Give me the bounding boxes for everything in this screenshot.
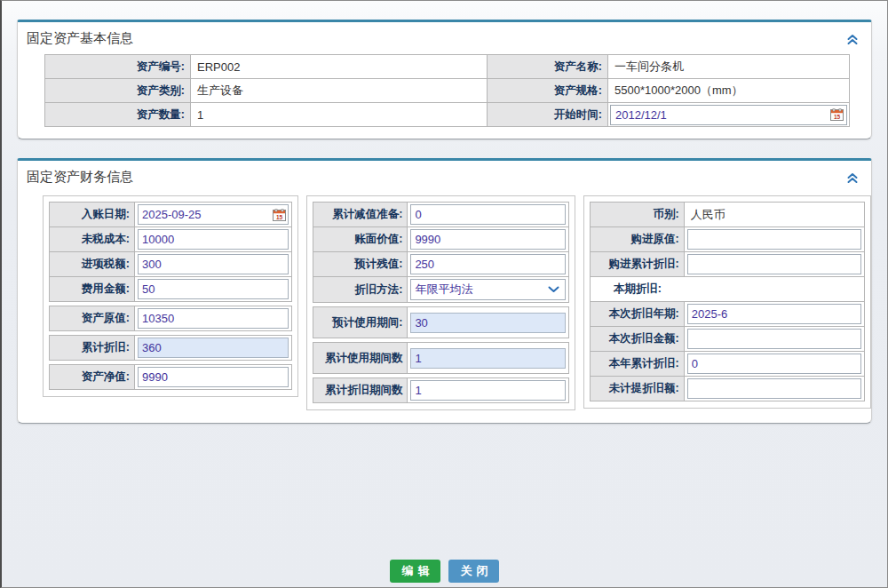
current-depreciation-period-input[interactable] [687,304,861,324]
finance-col-right: 币别: 人民币 购进原值: 购进累计折旧: 本期折旧: 本次折旧年期: 本次折旧… [583,195,871,409]
asset-net-value-input[interactable] [138,367,289,387]
field-row: 累计折旧期间数 [313,377,568,403]
current-depreciation-period-label: 本次折旧年期: [591,302,685,326]
accumulated-depreciation-label: 累计折旧: [50,336,135,360]
currency-value: 人民币 [685,203,864,226]
field-row: 本期折旧: [590,276,865,302]
field-row: 账面价值: [313,226,568,252]
purchase-original-value-label: 购进原值: [591,227,685,251]
purchase-accumulated-depreciation-input[interactable] [687,254,861,274]
finance-col-left: 入账日期: 15 未税成本: [43,195,298,397]
chevron-double-up-icon [846,34,859,45]
finance-col-middle: 累计减值准备: 账面价值: 预计残值: 折旧方法: 年限平均法 [306,195,575,410]
asset-name-label: 资产名称: [488,55,608,79]
asset-spec-value: 5500*1000*2000（mm） [608,79,850,103]
purchase-accum-depreciation-label: 购进累计折旧: [591,252,685,276]
field-row: 费用金额: [49,276,292,302]
entry-date-label: 入账日期: [50,203,135,226]
cumulative-depreciation-periods-label: 累计折旧期间数 [313,378,408,402]
expense-amount-label: 费用金额: [50,277,135,301]
field-row: 累计使用期间数 [313,342,568,374]
start-date-label: 开始时间: [488,103,608,127]
current-period-depreciation-header: 本期折旧: [591,277,685,301]
accumulated-depreciation-input[interactable] [138,338,289,358]
start-date-cell: 15 [608,103,850,127]
asset-quantity-label: 资产数量: [45,103,191,127]
estimated-residual-value-input[interactable] [410,254,565,274]
calendar-icon[interactable]: 15 [273,209,286,221]
field-row: 本次折旧年期: [590,301,865,327]
asset-quantity-value: 1 [191,103,488,127]
asset-category-value: 生产设备 [191,79,488,103]
field-row: 累计减值准备: [313,202,568,227]
asset-category-label: 资产类别: [45,79,191,103]
field-row: 预计使用期间: [313,306,568,338]
asset-name-value: 一车间分条机 [608,55,850,79]
purchase-original-value-input[interactable] [687,229,861,250]
cumulative-usage-periods-input[interactable] [410,348,565,369]
edit-button[interactable]: 编辑 [390,560,440,583]
unaccrued-depreciation-label: 未计提折旧额: [591,377,685,401]
book-value-label: 账面价值: [313,227,408,251]
pre-tax-cost-input[interactable] [138,229,289,250]
asset-code-value: ERP002 [191,55,488,79]
svg-text:15: 15 [834,114,841,120]
asset-net-value-label: 资产净值: [50,365,135,389]
asset-original-value-input[interactable] [138,308,289,329]
current-year-accumulated-depreciation-input[interactable] [687,354,861,374]
field-row: 资产净值: [49,364,292,390]
impairment-provision-input[interactable] [410,204,565,225]
basic-section-title: 固定资产基本信息 [18,22,871,54]
field-row: 折旧方法: 年限平均法 [313,276,568,303]
chevron-down-icon [548,286,559,293]
impairment-provision-label: 累计减值准备: [313,203,408,226]
basic-info-panel: 固定资产基本信息 资产编号: ERP002 资产名称: 一车间分条机 资产类别:… [17,20,872,139]
depreciation-method-select[interactable]: 年限平均法 [410,279,565,300]
close-button[interactable]: 关闭 [448,560,499,583]
depreciation-method-label: 折旧方法: [313,277,408,302]
finance-section-title: 固定资产财务信息 [18,161,871,193]
year-accum-depreciation-label: 本年累计折旧: [591,352,685,376]
basic-collapse-button[interactable] [845,33,860,46]
field-row: 本年累计折旧: [590,351,865,377]
residual-value-label: 预计残值: [313,252,408,276]
expected-usage-period-input[interactable] [410,313,565,333]
calendar-icon[interactable]: 15 [830,108,844,121]
currency-label: 币别: [591,203,685,226]
cumulative-depreciation-periods-input[interactable] [410,380,565,401]
field-row: 资产原值: [49,306,292,331]
cumulative-usage-periods-label: 累计使用期间数 [313,343,408,373]
current-depreciation-amount-label: 本次折旧金额: [591,327,685,351]
unaccrued-depreciation-amount-input[interactable] [687,378,861,399]
field-row: 未税成本: [49,226,292,252]
finance-collapse-button[interactable] [845,171,860,185]
chevron-double-up-icon [846,172,859,184]
field-row: 币别: 人民币 [590,202,865,227]
entry-date-input[interactable] [138,204,289,225]
finance-info-panel: 固定资产财务信息 入账日期: 15 [17,158,872,424]
basic-info-table: 资产编号: ERP002 资产名称: 一车间分条机 资产类别: 生产设备 资产规… [44,54,850,127]
asset-original-value-label: 资产原值: [50,306,135,330]
field-row: 入账日期: 15 [49,202,292,227]
input-tax-amount-input[interactable] [138,254,289,274]
start-date-input[interactable] [610,105,847,125]
asset-spec-label: 资产规格: [488,79,608,103]
expense-amount-input[interactable] [138,279,289,299]
input-tax-label: 进项税额: [50,252,135,276]
field-row: 购进原值: [590,226,865,252]
asset-code-label: 资产编号: [45,55,191,79]
footer-actions: 编辑 关闭 [2,560,887,583]
finance-groups: 入账日期: 15 未税成本: [43,195,871,410]
field-row: 累计折旧: [49,335,292,361]
field-row: 未计提折旧额: [590,376,865,401]
pre-tax-cost-label: 未税成本: [50,227,135,251]
depreciation-method-value: 年限平均法 [415,282,472,298]
field-row: 预计残值: [313,251,568,277]
svg-text:15: 15 [276,213,283,219]
book-value-input[interactable] [410,229,565,250]
expected-usage-period-label: 预计使用期间: [313,307,408,338]
field-row: 本次折旧金额: [590,326,865,352]
field-row: 进项税额: [49,251,292,277]
current-depreciation-amount-input[interactable] [687,329,861,349]
field-row: 购进累计折旧: [590,251,865,277]
